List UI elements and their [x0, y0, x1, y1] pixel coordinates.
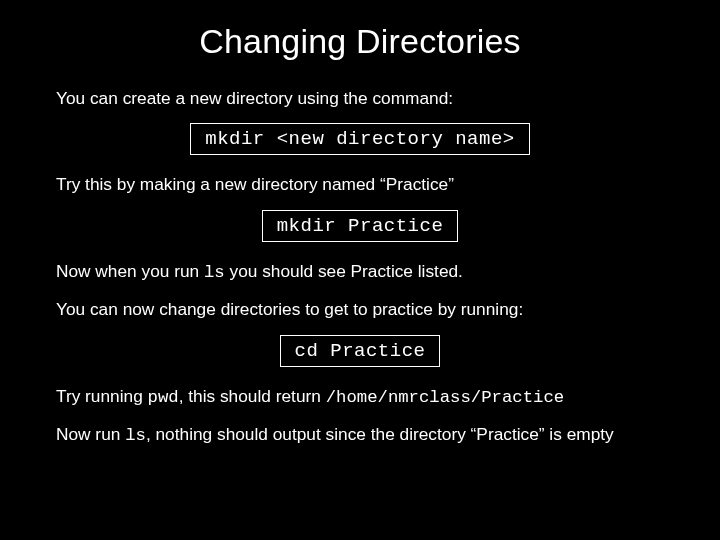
command-box-mkdir-template: mkdir <new directory name> — [190, 123, 529, 155]
paragraph-try-mkdir: Try this by making a new directory named… — [56, 173, 664, 195]
paragraph-cd-intro: You can now change directories to get to… — [56, 298, 664, 320]
command-box-wrap-1: mkdir <new directory name> — [56, 123, 664, 155]
command-box-wrap-2: mkdir Practice — [56, 210, 664, 242]
command-box-wrap-3: cd Practice — [56, 335, 664, 367]
slide: Changing Directories You can create a ne… — [0, 0, 720, 540]
inline-code-ls-1: ls — [204, 263, 225, 282]
text-fragment: Now run — [56, 424, 125, 444]
paragraph-pwd: Try running pwd, this should return /hom… — [56, 385, 664, 409]
paragraph-intro: You can create a new directory using the… — [56, 87, 664, 109]
inline-code-path: /home/nmrclass/Practice — [326, 388, 565, 407]
text-fragment: , nothing should output since the direct… — [146, 424, 614, 444]
paragraph-ls-result: Now when you run ls you should see Pract… — [56, 260, 664, 284]
inline-code-ls-2: ls — [125, 426, 146, 445]
text-fragment: you should see Practice listed. — [225, 261, 463, 281]
paragraph-ls-empty: Now run ls, nothing should output since … — [56, 423, 664, 447]
text-fragment: Try running — [56, 386, 148, 406]
command-box-mkdir-practice: mkdir Practice — [262, 210, 459, 242]
command-box-cd-practice: cd Practice — [280, 335, 441, 367]
text-fragment: Now when you run — [56, 261, 204, 281]
text-fragment: , this should return — [179, 386, 326, 406]
slide-title: Changing Directories — [56, 22, 664, 61]
inline-code-pwd: pwd — [148, 388, 179, 407]
